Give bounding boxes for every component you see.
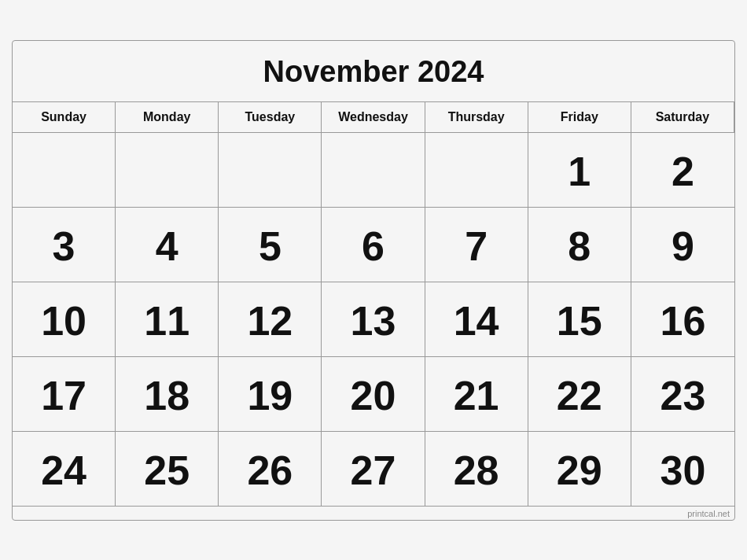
day-16: 16 [631,282,734,357]
day-25: 25 [116,432,219,507]
header-sunday: Sunday [13,102,116,133]
day-14: 14 [425,282,528,357]
day-cell [219,133,322,208]
day-18: 18 [116,357,219,432]
day-4: 4 [116,208,219,282]
day-23: 23 [631,357,734,432]
day-28: 28 [425,432,528,507]
day-26: 26 [219,432,322,507]
day-15: 15 [528,282,631,357]
header-friday: Friday [528,102,631,133]
day-7: 7 [425,208,528,282]
day-22: 22 [528,357,631,432]
day-19: 19 [219,357,322,432]
day-cell [425,133,528,208]
day-8: 8 [528,208,631,282]
day-cell [13,133,116,208]
calendar-title: November 2024 [13,41,734,102]
day-20: 20 [322,357,425,432]
day-29: 29 [528,432,631,507]
day-17: 17 [13,357,116,432]
header-tuesday: Tuesday [219,102,322,133]
calendar-grid: Sunday Monday Tuesday Wednesday Thursday… [13,102,734,507]
day-2: 2 [631,133,734,208]
day-12: 12 [219,282,322,357]
day-11: 11 [116,282,219,357]
day-6: 6 [322,208,425,282]
calendar-container: November 2024 Sunday Monday Tuesday Wedn… [12,40,735,521]
day-3: 3 [13,208,116,282]
header-saturday: Saturday [631,102,734,133]
day-10: 10 [13,282,116,357]
day-27: 27 [322,432,425,507]
header-wednesday: Wednesday [322,102,425,133]
header-monday: Monday [116,102,219,133]
day-9: 9 [631,208,734,282]
day-21: 21 [425,357,528,432]
day-cell [322,133,425,208]
day-24: 24 [13,432,116,507]
day-cell [116,133,219,208]
day-1: 1 [528,133,631,208]
day-5: 5 [219,208,322,282]
watermark: printcal.net [13,507,734,520]
day-13: 13 [322,282,425,357]
day-30: 30 [631,432,734,507]
header-thursday: Thursday [425,102,528,133]
